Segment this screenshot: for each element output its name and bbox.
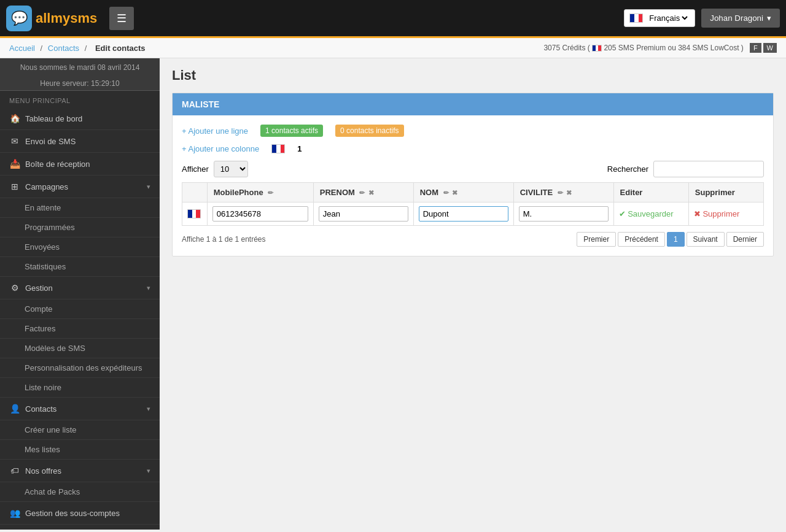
menu-toggle-button[interactable]: ☰ [109,7,134,30]
breadcrumb-sep2: / [85,44,89,53]
sidebar-subitem-personnalisation[interactable]: Personnalisation des expéditeurs [0,358,160,378]
card-body: + Ajouter une ligne 1 contacts actifs 0 … [173,115,773,256]
sidebar-item-contacts[interactable]: 👤 Contacts ▾ [0,398,160,420]
th-civilite: CIVILITE ✏ ✖ [513,183,613,202]
sidebar-subitem-modeles[interactable]: Modèles de SMS [0,339,160,358]
sidebar-subitem-achat-packs[interactable]: Achat de Packs [0,482,160,502]
sidebar-subitem-mes-listes[interactable]: Mes listes [0,440,160,460]
afficher-label: Afficher [182,164,209,174]
sidebar-item-assistance[interactable]: ❓ Assistance [0,525,160,530]
add-line-link[interactable]: + Ajouter une ligne [182,126,248,136]
user-arrow: ▾ [767,13,771,23]
breadcrumb-bar: Accueil / Contacts / Edit contacts MALIS… [0,38,786,58]
civilite-edit-icon[interactable]: ✏ [558,189,563,196]
afficher-select[interactable]: 10 25 50 100 [214,161,248,177]
offres-icon: 🏷 [9,466,20,476]
contacts-icon: 👤 [9,404,20,414]
breadcrumb-sep1: / [41,44,45,53]
sidebar-subitem-creer-liste[interactable]: Créer une liste [0,420,160,440]
gestion-arrow: ▾ [147,284,150,292]
prenom-input[interactable] [319,206,408,222]
badge-active: 1 contacts actifs [260,125,323,137]
save-button[interactable]: ✔ Sauvegarder [619,209,674,218]
credits-area: MALISTE 3075 Crédits ( 205 SMS Premium o… [543,43,777,53]
prenom-edit-icon[interactable]: ✏ [359,189,365,196]
campagnes-arrow: ▾ [147,183,150,191]
logo-text: allmysms [36,10,97,26]
sidebar-item-campagnes[interactable]: ⊞ Campagnes ▾ [0,175,160,198]
sidebar-subitem-compte[interactable]: Compte [0,299,160,319]
mobile-input[interactable] [212,206,308,222]
fw-buttons: F W [750,43,777,53]
credits-text: MALISTE 3075 Crédits ( 205 SMS Premium o… [543,44,743,52]
civilite-input[interactable] [519,206,609,222]
delete-button[interactable]: ✖ Supprimer [694,209,740,218]
nom-input[interactable] [419,206,508,222]
th-prenom: PRENOM ✏ ✖ [313,183,413,202]
sidebar-item-nos-offres[interactable]: 🏷 Nos offres ▾ [0,460,160,482]
logo-sms: sms [70,10,97,26]
sidebar-label-sous-comptes: Gestion des sous-comptes [25,509,150,518]
sidebar-subitem-envoyees[interactable]: Envoyées [0,237,160,257]
sidebar-item-sous-comptes[interactable]: 👥 Gestion des sous-comptes [0,502,160,525]
user-menu-button[interactable]: Johan Dragoni ▾ [701,9,780,28]
credits-flag [592,45,602,52]
actions-row-2: + Ajouter une colonne 1 [182,144,764,153]
th-mobile: MobilePhone ✏ [207,183,313,202]
sidebar-item-boite-reception[interactable]: 📥 Boîte de réception [0,153,160,175]
contacts-arrow: ▾ [147,405,150,413]
breadcrumb-accueil[interactable]: Accueil [9,44,35,53]
sidebar-subitem-liste-noire[interactable]: Liste noire [0,378,160,398]
mobile-edit-icon[interactable]: ✏ [268,189,273,196]
sidebar-label-campagnes: Campagnes [25,182,142,191]
page-title: List [172,67,774,83]
row-flag [187,209,202,218]
sidebar-item-gestion[interactable]: ⚙ Gestion ▾ [0,277,160,299]
logo-icon: 💬 [6,6,32,31]
row-prenom-cell [313,202,413,226]
sidebar-item-envoi-sms[interactable]: ✉ Envoi de SMS [0,130,160,153]
th-check [182,183,208,202]
search-input[interactable] [653,161,764,177]
entries-info: Affiche 1 à 1 de 1 entrées [182,235,266,244]
sidebar-date: Nous sommes le mardi 08 avril 2014 [0,58,160,77]
nom-close-icon[interactable]: ✖ [452,189,457,196]
gestion-icon: ⚙ [9,283,20,293]
f-button[interactable]: F [750,43,761,53]
language-selector[interactable]: Français [624,9,695,27]
prenom-close-icon[interactable]: ✖ [368,189,374,196]
dernier-button[interactable]: Dernier [726,232,764,247]
table-controls-right: Rechercher [607,161,764,177]
sidebar-label-boite: Boîte de réception [25,160,150,169]
sidebar-subitem-en-attente[interactable]: En attente [0,198,160,218]
breadcrumb-contacts[interactable]: Contacts [48,44,79,53]
precedent-button[interactable]: Précédent [618,232,665,247]
sidebar-time: Heure serveur: 15:29:10 [0,77,160,91]
row-flag-cell [182,202,208,226]
suivant-button[interactable]: Suivant [687,232,725,247]
page-1-button[interactable]: 1 [667,232,685,247]
contacts-table: MobilePhone ✏ PRENOM ✏ ✖ NOM ✏ [182,182,764,226]
sidebar-subitem-programmees[interactable]: Programmées [0,218,160,237]
table-body: ✔ Sauvegarder ✖ Supprimer [182,202,764,226]
pagination-buttons: Premier Précédent 1 Suivant Dernier [577,232,764,247]
premier-button[interactable]: Premier [577,232,616,247]
language-select[interactable]: Français [647,13,690,23]
sidebar-subitem-factures[interactable]: Factures [0,319,160,339]
offres-arrow: ▾ [147,467,150,475]
row-mobile-cell [207,202,313,226]
add-column-link[interactable]: + Ajouter une colonne [182,144,259,153]
w-button[interactable]: W [763,43,777,53]
sidebar-item-tableau-de-bord[interactable]: 🏠 Tableau de bord [0,107,160,130]
sidebar-label-nos-offres: Nos offres [25,466,142,476]
breadcrumb: Accueil / Contacts / Edit contacts [9,44,149,53]
flag-count: 1 [297,144,302,153]
sms-icon: ✉ [9,136,20,146]
row-fr-flag-icon [187,209,201,218]
nom-edit-icon[interactable]: ✏ [443,189,449,196]
sidebar-subitem-statistiques[interactable]: Statistiques [0,257,160,277]
table-header-row: MobilePhone ✏ PRENOM ✏ ✖ NOM ✏ [182,183,764,202]
breadcrumb-current: Edit contacts [95,44,146,53]
civilite-close-icon[interactable]: ✖ [566,189,572,196]
sidebar-label-tableau: Tableau de bord [25,114,150,123]
